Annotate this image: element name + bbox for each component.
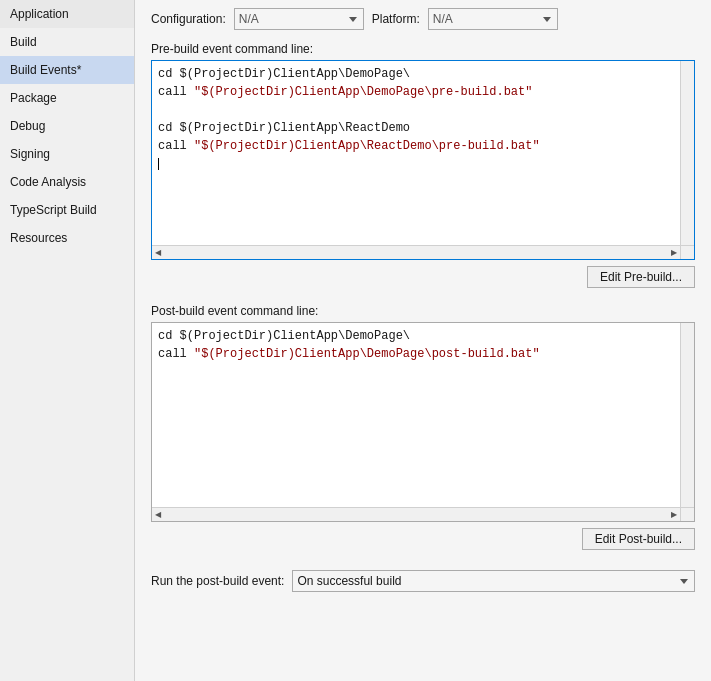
sidebar-item-application[interactable]: Application xyxy=(0,0,134,28)
sidebar-item-label: Resources xyxy=(10,231,67,245)
edit-post-build-button[interactable]: Edit Post-build... xyxy=(582,528,695,550)
scroll-right-arrow-post[interactable]: ▶ xyxy=(668,510,680,519)
main-content: Configuration: N/A Platform: N/A Pre-bui… xyxy=(135,0,711,681)
sidebar-item-typescript-build[interactable]: TypeScript Build xyxy=(0,196,134,224)
scroll-left-arrow-post[interactable]: ◀ xyxy=(152,510,164,519)
pre-build-section: Pre-build event command line: cd $(Proje… xyxy=(151,42,695,300)
pre-build-scroll-corner xyxy=(680,245,694,259)
sidebar-item-label: Debug xyxy=(10,119,45,133)
sidebar-item-signing[interactable]: Signing xyxy=(0,140,134,168)
post-build-scrollbar-h[interactable]: ◀ ▶ xyxy=(152,507,680,521)
sidebar-item-label: Code Analysis xyxy=(10,175,86,189)
config-row: Configuration: N/A Platform: N/A xyxy=(151,8,695,30)
bottom-row: Run the post-build event: Always On succ… xyxy=(151,570,695,592)
sidebar-item-label: Build Events* xyxy=(10,63,81,77)
post-build-scrollbar-v[interactable] xyxy=(680,323,694,507)
post-build-scroll-corner xyxy=(680,507,694,521)
pre-build-textarea-container[interactable]: cd $(ProjectDir)ClientApp\DemoPage\ call… xyxy=(151,60,695,260)
run-post-build-select[interactable]: Always On successful build When the buil… xyxy=(292,570,695,592)
sidebar: Application Build Build Events* Package … xyxy=(0,0,135,681)
edit-pre-build-button[interactable]: Edit Pre-build... xyxy=(587,266,695,288)
sidebar-item-label: Signing xyxy=(10,147,50,161)
pre-build-label: Pre-build event command line: xyxy=(151,42,695,56)
scroll-left-arrow[interactable]: ◀ xyxy=(152,248,164,257)
sidebar-item-debug[interactable]: Debug xyxy=(0,112,134,140)
post-build-textarea-container[interactable]: cd $(ProjectDir)ClientApp\DemoPage\ call… xyxy=(151,322,695,522)
sidebar-item-code-analysis[interactable]: Code Analysis xyxy=(0,168,134,196)
pre-build-scrollbar-v[interactable] xyxy=(680,61,694,245)
sidebar-item-build-events[interactable]: Build Events* xyxy=(0,56,134,84)
run-post-build-label: Run the post-build event: xyxy=(151,574,284,588)
sidebar-item-build[interactable]: Build xyxy=(0,28,134,56)
sidebar-item-label: Application xyxy=(10,7,69,21)
sidebar-item-label: Package xyxy=(10,91,57,105)
sidebar-item-package[interactable]: Package xyxy=(0,84,134,112)
platform-select[interactable]: N/A xyxy=(428,8,558,30)
sidebar-item-label: Build xyxy=(10,35,37,49)
sidebar-item-resources[interactable]: Resources xyxy=(0,224,134,252)
pre-build-code: cd $(ProjectDir)ClientApp\DemoPage\ call… xyxy=(152,61,680,245)
post-build-code: cd $(ProjectDir)ClientApp\DemoPage\ call… xyxy=(152,323,680,507)
pre-build-scrollbar-h[interactable]: ◀ ▶ xyxy=(152,245,680,259)
post-build-section: Post-build event command line: cd $(Proj… xyxy=(151,304,695,562)
configuration-select[interactable]: N/A xyxy=(234,8,364,30)
post-build-label: Post-build event command line: xyxy=(151,304,695,318)
sidebar-item-label: TypeScript Build xyxy=(10,203,97,217)
configuration-label: Configuration: xyxy=(151,12,226,26)
scroll-right-arrow[interactable]: ▶ xyxy=(668,248,680,257)
platform-label: Platform: xyxy=(372,12,420,26)
